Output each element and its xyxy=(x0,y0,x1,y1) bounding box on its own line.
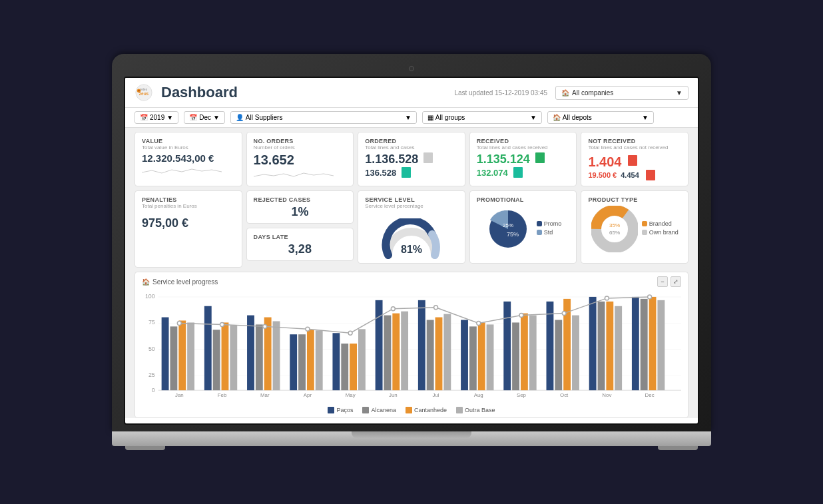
svg-rect-73 xyxy=(589,297,597,390)
cantanhede-legend-label: Cantanhede xyxy=(414,407,447,413)
company-label: All companies xyxy=(572,89,613,97)
year-filter[interactable]: 📅 2019 ▼ xyxy=(135,111,178,124)
month-filter[interactable]: 📅 Dec ▼ xyxy=(184,111,225,124)
svg-rect-65 xyxy=(521,314,528,391)
svg-rect-38 xyxy=(290,334,297,390)
svg-point-86 xyxy=(306,327,310,331)
svg-point-4 xyxy=(138,90,140,92)
pacos-legend-label: Paços xyxy=(336,407,353,413)
kpi-received-card: RECEIVED Total lines and cases received … xyxy=(469,132,577,186)
svg-text:Feb: Feb xyxy=(218,392,227,398)
kpi-ordered-sub: 136.528 xyxy=(365,168,396,178)
svg-text:25: 25 xyxy=(148,372,155,378)
ordered-cases-icon xyxy=(402,167,411,178)
svg-rect-75 xyxy=(606,302,613,390)
laptop-foot-right xyxy=(658,446,698,450)
svg-point-83 xyxy=(177,321,181,325)
kpi-ordered-card: ORDERED Total lines and cases 1.136.528 … xyxy=(358,132,465,186)
svg-rect-58 xyxy=(461,320,468,390)
year-value: 2019 xyxy=(150,114,164,121)
depots-filter[interactable]: 🏠 All depots ▼ xyxy=(547,111,654,124)
svg-rect-80 xyxy=(649,297,657,390)
svg-rect-60 xyxy=(478,322,485,390)
svg-rect-79 xyxy=(641,299,648,390)
not-received-doc-icon xyxy=(628,155,637,166)
legend-cantanhede: Cantanhede xyxy=(406,407,447,413)
svg-rect-33 xyxy=(247,316,254,391)
svg-rect-55 xyxy=(435,318,443,391)
svg-rect-29 xyxy=(213,330,220,390)
branded-legend-label: Branded xyxy=(649,220,672,227)
svg-point-91 xyxy=(519,314,523,318)
own-brand-legend-item: Own brand xyxy=(642,229,679,236)
svg-rect-31 xyxy=(230,325,237,390)
svg-text:75: 75 xyxy=(148,319,155,326)
svg-rect-56 xyxy=(443,314,451,391)
svg-point-90 xyxy=(477,321,481,325)
company-dropdown[interactable]: 🏠 All companies ▼ xyxy=(555,86,688,100)
service-level-chart: 100 75 50 25 0 xyxy=(142,290,681,403)
depots-label: All depots xyxy=(563,114,592,121)
svg-point-93 xyxy=(605,296,609,300)
kpi-not-received-label: NOT RECEIVED xyxy=(588,138,681,144)
kpi-orders-label: NO. ORDERS xyxy=(254,138,347,144)
kpi-rejected-label: REJECTED CASES xyxy=(254,196,347,203)
nr-row1: 1.404 xyxy=(588,152,681,168)
svg-point-87 xyxy=(348,331,352,335)
kpi-rejected-amount: 1% xyxy=(254,206,347,218)
minimize-chart-button[interactable]: − xyxy=(657,276,668,287)
groups-filter[interactable]: ▦ All groups ▼ xyxy=(422,111,542,124)
chevron-down-icon3: ▼ xyxy=(405,114,412,121)
kpi-promotional-card: PROMOTIONAL 25% 75% xyxy=(469,190,577,264)
svg-rect-26 xyxy=(187,322,194,390)
svg-rect-36 xyxy=(273,321,280,390)
svg-text:Dec: Dec xyxy=(645,392,655,398)
legend-outra-base: Outra Base xyxy=(456,407,495,413)
svg-rect-63 xyxy=(503,302,511,390)
svg-text:50: 50 xyxy=(148,346,155,352)
svg-rect-76 xyxy=(615,306,622,390)
not-received-values: 1.404 19.500 € 4.454 xyxy=(588,152,681,180)
promotional-pie-svg: 25% 75% xyxy=(485,206,531,252)
svg-point-85 xyxy=(263,324,267,328)
chart-home-icon: 🏠 xyxy=(142,278,150,286)
branded-legend-item: Branded xyxy=(642,220,679,227)
kpi-not-received-value2: 19.500 € xyxy=(588,171,617,179)
supplier-filter[interactable]: 👤 All Suppliers ▼ xyxy=(230,111,417,124)
kpi-row1: VALUE Total value in Euros 12.320.543,00… xyxy=(125,128,698,190)
svg-text:0: 0 xyxy=(152,387,155,393)
filter-bar: 📅 2019 ▼ 📅 Dec ▼ 👤 All Suppliers ▼ xyxy=(125,108,698,128)
svg-text:Mar: Mar xyxy=(260,392,270,398)
svg-text:Apr: Apr xyxy=(304,392,312,398)
promotional-pie-container: 25% 75% Promo Std xyxy=(477,203,570,255)
chevron-down-icon4: ▼ xyxy=(530,114,537,121)
kpi-row2: PENALTIES Total penalties in Euros 975,0… xyxy=(125,190,698,272)
home-icon: 🏠 xyxy=(553,114,561,121)
svg-text:Jul: Jul xyxy=(433,392,439,398)
kpi-ordered-row1: 1.136.528 xyxy=(365,150,458,165)
kpi-value-amount: 12.320.543,00 € xyxy=(142,153,235,163)
kpi-ordered-amount: 1.136.528 xyxy=(365,153,418,165)
calendar-icon: 📅 xyxy=(140,114,148,121)
svg-rect-23 xyxy=(162,318,169,391)
svg-point-89 xyxy=(434,306,438,310)
kpi-penalties-sublabel: Total penalties in Euros xyxy=(142,203,235,209)
std-legend-label: Std xyxy=(544,229,553,236)
laptop-feet xyxy=(112,446,711,450)
kpi-received-label: RECEIVED xyxy=(477,138,570,144)
kpi-ordered-sublabel: Total lines and cases xyxy=(365,144,458,150)
svg-rect-78 xyxy=(632,297,639,390)
promo-legend-item: Promo xyxy=(537,220,562,227)
svg-rect-24 xyxy=(170,326,177,390)
camera xyxy=(409,66,414,71)
svg-text:65%: 65% xyxy=(609,230,620,236)
expand-chart-button[interactable]: ⤢ xyxy=(671,276,681,287)
last-updated: Last updated 15-12-2019 03:45 xyxy=(454,89,547,97)
kpi-value-label: VALUE xyxy=(142,138,235,144)
svg-text:Sep: Sep xyxy=(517,392,527,398)
std-legend-item: Std xyxy=(537,229,562,236)
svg-text:Jan: Jan xyxy=(175,392,184,398)
pie-legend: Promo Std xyxy=(537,220,562,238)
svg-text:100: 100 xyxy=(145,293,155,300)
chevron-down-icon: ▼ xyxy=(676,89,683,97)
